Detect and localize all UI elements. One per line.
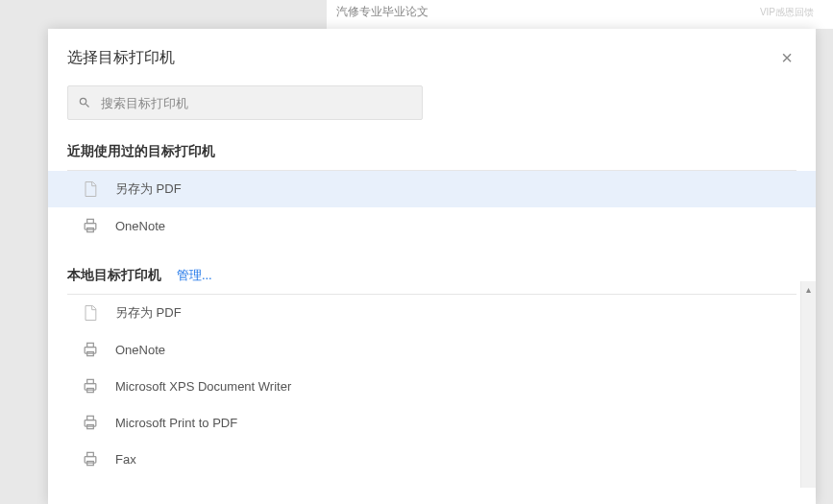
scrollbar[interactable]: ▴ [800, 281, 816, 488]
printer-item-label: OneNote [115, 219, 165, 233]
printer-icon [81, 216, 100, 235]
svg-rect-10 [87, 416, 94, 420]
svg-rect-0 [85, 224, 96, 230]
manage-link[interactable]: 管理... [177, 268, 212, 282]
search-icon [78, 96, 91, 109]
dialog-title: 选择目标打印机 [67, 48, 175, 68]
scrollbar-up-icon[interactable]: ▴ [801, 281, 816, 297]
search-input[interactable] [101, 96, 412, 110]
local-section-heading: 本地目标打印机 管理... [48, 261, 816, 294]
svg-rect-13 [87, 452, 94, 456]
printer-icon [81, 413, 100, 432]
printer-item-fax[interactable]: Fax [48, 441, 816, 477]
printer-item-save-as-pdf[interactable]: 另存为 PDF [48, 295, 816, 331]
printer-icon [81, 449, 100, 468]
svg-rect-9 [85, 420, 96, 427]
close-icon[interactable]: × [777, 48, 796, 68]
local-printer-list: 另存为 PDF OneNote Microsoft XPS Document W… [48, 295, 816, 477]
printer-select-dialog: 选择目标打印机 × 近期使用过的目标打印机 另存为 PDF OneNote [48, 29, 816, 504]
printer-item-save-as-pdf[interactable]: 另存为 PDF [48, 171, 816, 207]
pdf-icon [81, 303, 100, 323]
printer-item-label: OneNote [115, 343, 165, 357]
printer-item-onenote[interactable]: OneNote [48, 207, 816, 244]
printer-item-onenote[interactable]: OneNote [48, 331, 816, 368]
svg-rect-7 [87, 379, 94, 383]
search-box[interactable] [67, 85, 423, 120]
printer-item-label: Fax [115, 452, 136, 467]
local-heading-text: 本地目标打印机 [67, 267, 161, 282]
printer-item-label: 另存为 PDF [115, 304, 182, 322]
printer-item-ms-print-pdf[interactable]: Microsoft Print to PDF [48, 404, 816, 441]
svg-rect-4 [87, 343, 94, 347]
svg-rect-3 [85, 348, 96, 354]
printer-item-label: 另存为 PDF [115, 180, 182, 198]
printer-icon [81, 376, 100, 396]
printer-item-label: Microsoft Print to PDF [115, 416, 237, 430]
printer-item-label: Microsoft XPS Document Writer [115, 379, 291, 394]
svg-rect-6 [85, 384, 96, 391]
svg-rect-12 [85, 457, 96, 464]
recent-printer-list: 另存为 PDF OneNote [48, 171, 816, 244]
recent-section-heading: 近期使用过的目标打印机 [48, 137, 816, 170]
pdf-icon [81, 180, 100, 199]
printer-item-xps[interactable]: Microsoft XPS Document Writer [48, 368, 816, 404]
background-vip-text: VIP感恩回馈 [760, 6, 814, 19]
background-doc-title: 汽修专业毕业论文 [327, 0, 833, 29]
svg-rect-1 [87, 219, 94, 223]
printer-icon [81, 340, 100, 359]
